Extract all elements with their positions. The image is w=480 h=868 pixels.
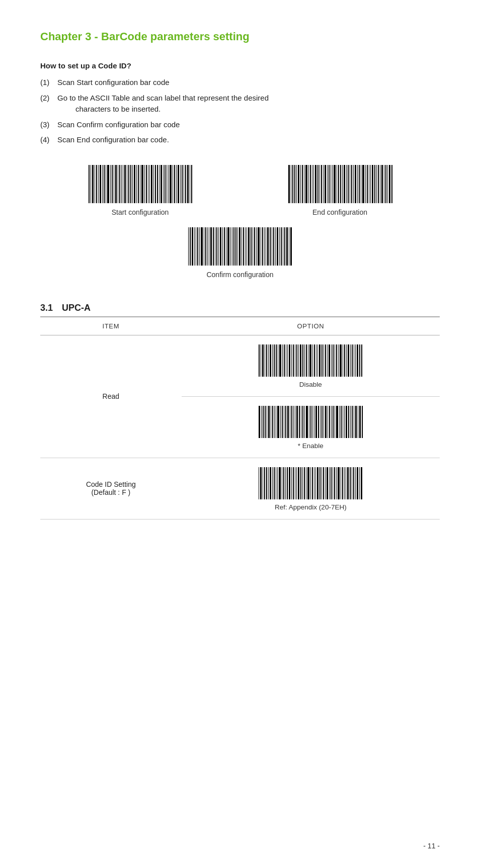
svg-rect-195 [308,344,308,377]
svg-rect-216 [348,344,349,377]
svg-rect-20 [124,165,126,203]
svg-rect-314 [322,467,322,499]
svg-rect-315 [323,467,324,499]
svg-rect-320 [333,467,333,499]
svg-rect-170 [261,344,261,377]
svg-rect-190 [298,344,299,377]
svg-rect-308 [310,467,311,499]
svg-rect-219 [354,344,354,377]
svg-rect-130 [220,227,221,266]
svg-rect-181 [282,344,283,377]
barcode-row-start-end: Start configuration [40,164,440,216]
confirm-config-label: Confirm configuration [206,271,273,279]
svg-rect-201 [319,344,321,377]
section-3-1-heading: 3.1 UPC-A [40,303,440,317]
svg-rect-236 [280,406,281,438]
svg-rect-306 [306,467,306,499]
step-num: (1) [40,77,52,89]
codeid-item-cell: Code ID Setting (Default : F ) [40,458,182,519]
svg-rect-329 [350,467,351,499]
svg-rect-70 [313,165,314,203]
svg-rect-192 [302,344,303,377]
svg-rect-116 [194,227,195,266]
svg-rect-226 [261,406,262,438]
svg-rect-49 [180,165,181,203]
svg-rect-248 [302,406,303,438]
svg-rect-23 [130,165,131,203]
svg-rect-123 [207,227,208,266]
step-text: Go to the ASCII Table and scan label tha… [57,93,440,115]
svg-rect-135 [230,227,231,266]
svg-rect-26 [136,165,137,203]
svg-rect-80 [332,165,333,203]
svg-rect-38 [159,165,159,203]
page-number: - 11 - [423,842,440,850]
svg-rect-144 [247,227,247,266]
svg-rect-40 [163,165,164,203]
svg-rect-331 [353,467,354,499]
svg-rect-83 [338,165,339,203]
svg-rect-318 [329,467,330,499]
svg-rect-156 [270,227,271,266]
svg-rect-242 [291,406,292,438]
svg-rect-313 [319,467,321,499]
svg-rect-118 [197,227,198,266]
svg-rect-140 [239,227,241,266]
svg-rect-127 [215,227,215,266]
svg-rect-33 [149,165,150,203]
svg-rect-71 [315,165,316,203]
svg-rect-188 [295,344,295,377]
svg-rect-319 [331,467,332,499]
svg-rect-235 [277,406,279,438]
svg-rect-234 [276,406,276,438]
svg-rect-275 [354,406,354,438]
svg-rect-227 [263,406,264,438]
svg-rect-138 [235,227,236,266]
svg-rect-253 [312,406,313,438]
svg-rect-289 [274,467,275,499]
svg-rect-125 [210,227,212,266]
svg-rect-220 [355,344,356,377]
svg-rect-25 [134,165,135,203]
svg-rect-105 [380,165,380,203]
end-config-label: End configuration [312,208,367,216]
svg-rect-115 [192,227,193,266]
svg-rect-126 [213,227,214,266]
svg-rect-260 [325,406,327,438]
svg-rect-202 [322,344,323,377]
svg-rect-10 [106,165,106,203]
svg-rect-207 [331,344,332,377]
codeid-default: (Default : F ) [44,488,178,496]
svg-rect-24 [132,165,133,203]
svg-rect-148 [254,227,255,266]
svg-rect-59 [292,165,293,203]
svg-rect-211 [338,344,339,377]
svg-rect-12 [110,165,111,203]
svg-rect-81 [334,165,336,203]
svg-rect-124 [209,227,209,266]
svg-rect-141 [242,227,242,266]
svg-rect-213 [343,344,343,377]
svg-rect-300 [295,467,295,499]
step-3: (3) Scan Confirm configuration bar code [40,119,440,131]
svg-rect-269 [343,406,343,438]
svg-rect-265 [335,406,335,438]
svg-rect-257 [320,406,321,438]
svg-rect-301 [296,467,297,499]
svg-rect-251 [309,406,309,438]
svg-rect-103 [376,165,377,203]
section-title: UPC-A [62,303,91,313]
svg-rect-196 [309,344,311,377]
svg-rect-27 [138,165,139,203]
start-config-label: Start configuration [112,208,169,216]
svg-rect-108 [385,165,386,203]
svg-rect-149 [256,227,257,266]
svg-rect-243 [293,406,294,438]
svg-rect-157 [272,227,272,266]
svg-rect-47 [176,165,177,203]
svg-rect-163 [283,227,283,266]
svg-rect-21 [127,165,127,203]
svg-rect-104 [378,165,379,203]
svg-rect-214 [344,344,345,377]
svg-rect-256 [318,406,319,438]
